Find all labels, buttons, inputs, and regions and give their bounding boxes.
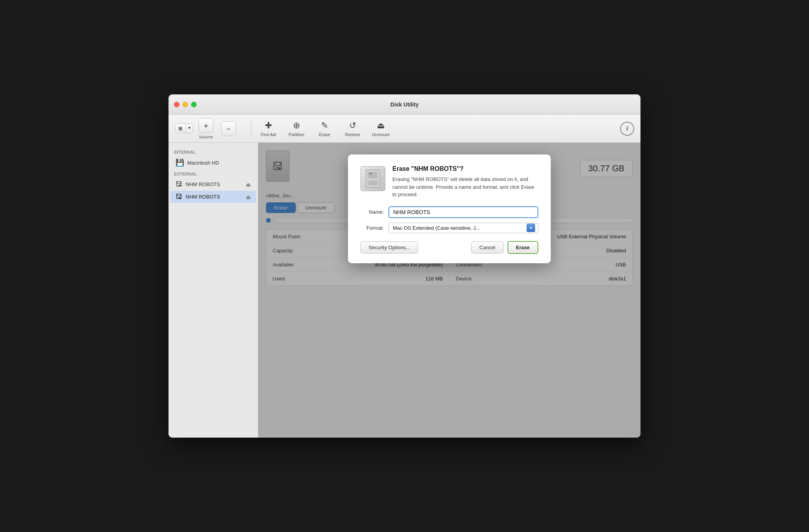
toolbar-left: ⊞ ▾ ＋ Volume －	[175, 118, 238, 139]
name-label: Name:	[360, 209, 384, 215]
svg-rect-2	[368, 181, 378, 185]
maximize-button[interactable]	[191, 102, 197, 107]
restore-icon: ↺	[349, 121, 356, 131]
eject-icon-2[interactable]: ⏏	[246, 194, 251, 200]
view-chevron-icon[interactable]: ▾	[186, 124, 193, 133]
sidebar-item-macintosh-hd[interactable]: 💾 Macintosh HD	[170, 156, 256, 169]
info-icon: i	[626, 125, 628, 132]
sidebar-macintosh-hd-label: Macintosh HD	[187, 160, 219, 166]
eject-icon-1[interactable]: ⏏	[246, 181, 251, 188]
sidebar-nhm-robots-1-label: NHM ROBOTS	[186, 181, 220, 187]
modal-header: Erase "NHM ROBOTS"? Erasing "NHM ROBOTS"…	[360, 165, 538, 199]
external-disk-icon-2: 🖫	[176, 193, 183, 201]
external-disk-icon-1: 🖫	[176, 180, 183, 188]
cancel-button[interactable]: Cancel	[471, 241, 503, 254]
view-toggle[interactable]: ⊞ ▾	[175, 124, 193, 133]
volume-label: Volume	[199, 135, 213, 139]
close-button[interactable]	[174, 102, 179, 107]
volume-remove-icon: －	[221, 121, 236, 136]
modal-actions-left: Security Options...	[360, 241, 418, 254]
security-options-button[interactable]: Security Options...	[360, 241, 418, 254]
modal-overlay: Erase "NHM ROBOTS"? Erasing "NHM ROBOTS"…	[258, 143, 640, 438]
modal-actions: Security Options... Cancel Erase	[360, 241, 538, 254]
volume-remove-button[interactable]: －	[219, 121, 238, 136]
view-grid-icon[interactable]: ⊞	[175, 124, 186, 133]
firstaid-button[interactable]: ✚ First Aid	[258, 121, 279, 137]
name-input[interactable]	[389, 206, 538, 218]
volume-icon: ＋	[199, 118, 213, 133]
app-window: Disk Utility ⊞ ▾ ＋ Volume － ✚ Firs	[169, 94, 640, 438]
hd-icon: 💾	[176, 158, 184, 167]
main-area: Internal 💾 Macintosh HD External 🖫 NHM R…	[169, 143, 640, 438]
erase-confirm-button[interactable]: Erase	[507, 241, 538, 254]
erase-button[interactable]: ✎ Erase	[314, 121, 335, 137]
format-row: Format: Mac OS Extended (Case-sensitive,…	[360, 223, 538, 233]
modal-text-area: Erase "NHM ROBOTS"? Erasing "NHM ROBOTS"…	[392, 165, 538, 199]
unmount-label: Unmount	[372, 132, 390, 137]
erase-dialog: Erase "NHM ROBOTS"? Erasing "NHM ROBOTS"…	[348, 154, 551, 263]
partition-icon: ⊕	[293, 121, 300, 131]
modal-disk-icon	[360, 166, 385, 191]
restore-label: Restore	[345, 132, 360, 137]
window-title: Disk Utility	[390, 101, 419, 108]
content-area: 🖫 30.77 GB ntitive, Jou... Erase Unmount	[258, 143, 640, 438]
format-select-wrap: Mac OS Extended (Case-sensitive, J... ▼	[389, 223, 538, 233]
restore-button[interactable]: ↺ Restore	[342, 121, 363, 137]
info-button[interactable]: i	[620, 122, 634, 136]
toolbar-separator-1	[251, 121, 251, 137]
erase-icon: ✎	[321, 121, 328, 131]
unmount-button[interactable]: ⏏ Unmount	[371, 121, 391, 137]
disk-svg	[365, 169, 381, 188]
sidebar-external-label: External	[169, 169, 258, 178]
toolbar: ⊞ ▾ ＋ Volume － ✚ First Aid ⊕ Partition	[169, 115, 640, 143]
sidebar-internal-label: Internal	[169, 147, 258, 156]
volume-button[interactable]: ＋ Volume	[196, 118, 216, 139]
modal-title: Erase "NHM ROBOTS"?	[392, 165, 538, 172]
traffic-lights	[174, 102, 197, 107]
format-select[interactable]: Mac OS Extended (Case-sensitive, J...	[389, 223, 538, 233]
name-row: Name:	[360, 206, 538, 218]
modal-form: Name: Format: Mac OS Extended (Case-sens…	[360, 206, 538, 233]
sidebar-nhm-robots-2-label: NHM ROBOTS	[186, 194, 220, 200]
unmount-icon: ⏏	[377, 121, 385, 131]
firstaid-label: First Aid	[261, 132, 276, 137]
minimize-button[interactable]	[183, 102, 188, 107]
sidebar-item-nhm-robots-2[interactable]: 🖫 NHM ROBOTS ⏏	[170, 191, 256, 203]
sidebar-item-nhm-robots-1[interactable]: 🖫 NHM ROBOTS ⏏	[170, 178, 256, 190]
sidebar: Internal 💾 Macintosh HD External 🖫 NHM R…	[169, 143, 258, 438]
modal-description: Erasing "NHM ROBOTS" will delete all dat…	[392, 176, 538, 199]
erase-label: Erase	[319, 132, 330, 137]
svg-rect-3	[369, 173, 372, 174]
format-label: Format:	[360, 225, 384, 231]
firstaid-icon: ✚	[265, 121, 272, 131]
partition-button[interactable]: ⊕ Partition	[286, 121, 307, 137]
titlebar: Disk Utility	[169, 94, 640, 115]
partition-label: Partition	[289, 132, 304, 137]
